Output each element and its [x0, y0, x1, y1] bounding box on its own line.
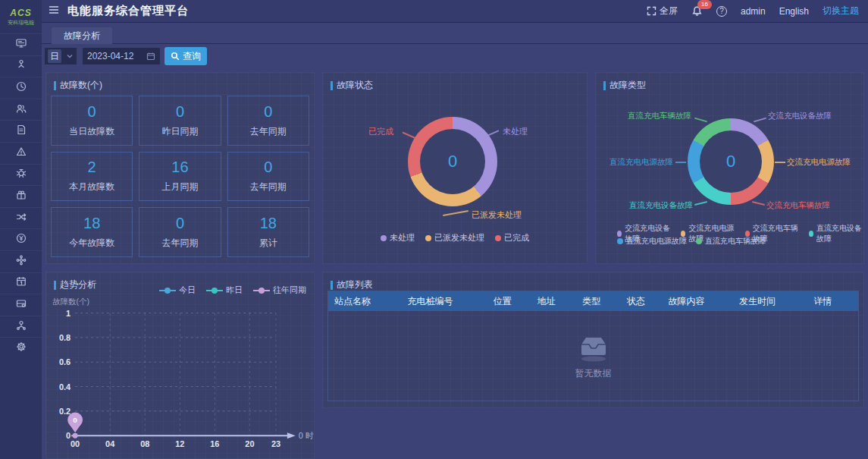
legend-item[interactable]: 今日 — [159, 285, 196, 296]
trend-panel: 趋势分析 今日 昨日 往年同期 00.20.40.60.810004081216… — [45, 272, 315, 459]
stat-card: 18今年故障数 — [51, 207, 133, 257]
sidebar-item-org[interactable] — [0, 316, 42, 338]
fault-status-panel: 故障状态 0 未处理 已完成 已派发未处理 未处理 已派发未处理 已完成 — [322, 72, 588, 264]
user-menu[interactable]: admin — [741, 6, 766, 17]
legend-item[interactable]: 直流充电电源故障 — [617, 236, 687, 247]
chart-legend: 今日 昨日 往年同期 — [159, 285, 306, 296]
sidebar-item-alert[interactable] — [0, 142, 42, 164]
table-header: 站点名称 充电桩编号 位置 地址 类型 状态 故障内容 发生时间 详情 — [328, 291, 858, 311]
app-logo: ACS 安科瑞电能 — [0, 0, 42, 32]
donut-label: 直流充电电源故障 — [609, 157, 673, 168]
donut-center-value: 0 — [726, 152, 735, 171]
calendar-input-icon — [146, 52, 155, 61]
sidebar-item-storage[interactable] — [0, 294, 42, 316]
stat-card-grid: 0当日故障数 0昨日同期 0去年同期 2本月故障数 16上月同期 0去年同期 1… — [51, 96, 309, 257]
period-select-value: 日 — [48, 49, 61, 63]
svg-text:16: 16 — [210, 439, 219, 448]
column-header: 详情 — [807, 295, 858, 308]
sidebar-item-screen[interactable] — [0, 33, 42, 55]
screen-icon — [15, 37, 27, 52]
donut-label: 已派发未处理 — [472, 209, 522, 221]
svg-text:0.8: 0.8 — [59, 333, 71, 342]
stat-card: 0去年同期 — [227, 96, 309, 146]
legend-item[interactable]: 已完成 — [495, 232, 529, 244]
stat-card: 18累计 — [227, 207, 309, 257]
svg-text:0: 0 — [66, 431, 71, 440]
panel-title: 故障列表 — [331, 278, 373, 291]
fullscreen-icon — [647, 6, 656, 16]
period-select[interactable]: 日 — [44, 47, 77, 65]
chart-legend-row: 直流充电电源故障 直流充电车辆故障 — [617, 236, 766, 247]
help-button[interactable]: ? — [716, 6, 727, 17]
sidebar-item-user-flow[interactable] — [0, 55, 42, 77]
panel-title: 趋势分析 — [54, 278, 96, 291]
legend-item[interactable]: 直流充电设备故障 — [809, 223, 863, 244]
theme-toggle[interactable]: 切换主题 — [823, 5, 859, 17]
alert-triangle-icon — [15, 146, 27, 161]
sidebar-item-coin[interactable] — [0, 228, 42, 250]
column-header: 充电桩编号 — [401, 295, 487, 308]
sidebar-item-gift[interactable] — [0, 185, 42, 207]
sidebar-item-document[interactable] — [0, 120, 42, 142]
svg-text:00: 00 — [71, 439, 80, 448]
app-window: ACS 安科瑞电能 电能服务综合管理平台 全屏 — [0, 0, 868, 459]
chart-legend: 未处理 已派发未处理 已完成 — [323, 232, 587, 244]
sidebar-item-shuffle[interactable] — [0, 207, 42, 229]
donut-label: 交流充电电源故障 — [787, 157, 851, 168]
legend-item[interactable]: 昨日 — [206, 285, 243, 296]
fault-status-donut: 0 — [408, 117, 497, 206]
column-header: 类型 — [576, 295, 621, 308]
storage-icon — [15, 297, 27, 313]
legend-item[interactable]: 已派发未处理 — [425, 232, 484, 244]
panel-title: 故障数(个) — [54, 79, 102, 92]
svg-text:故障数(个): 故障数(个) — [52, 297, 89, 306]
legend-item[interactable]: 直流充电车辆故障 — [696, 236, 766, 247]
svg-text:0 时: 0 时 — [299, 431, 314, 440]
empty-box-icon — [575, 332, 612, 363]
fullscreen-button[interactable]: 全屏 — [647, 5, 678, 17]
empty-state: 暂无数据 — [328, 311, 858, 401]
fault-table: 站点名称 充电桩编号 位置 地址 类型 状态 故障内容 发生时间 详情 暂无数据 — [327, 291, 859, 401]
empty-text: 暂无数据 — [575, 367, 612, 380]
donut-label: 直流充电车辆故障 — [626, 111, 691, 121]
fault-count-panel: 故障数(个) 0当日故障数 0昨日同期 0去年同期 2本月故障数 16上月同期 … — [45, 72, 315, 264]
sidebar-item-device[interactable] — [0, 164, 42, 186]
stat-card: 0当日故障数 — [51, 96, 133, 146]
chevron-down-icon — [66, 53, 74, 59]
fault-list-panel: 故障列表 站点名称 充电桩编号 位置 地址 类型 状态 故障内容 发生时间 详情… — [322, 272, 864, 408]
calendar-icon — [15, 275, 27, 291]
gift-icon — [15, 189, 27, 204]
trend-line-chart: 00.20.40.60.81000408121620230 时故障数(个)0 — [46, 272, 314, 458]
svg-text:23: 23 — [271, 439, 280, 448]
donut-center-value: 0 — [448, 152, 457, 171]
sidebar-item-calendar[interactable] — [0, 272, 42, 294]
sidebar-item-users[interactable] — [0, 99, 42, 121]
page-title: 电能服务综合管理平台 — [67, 4, 189, 18]
search-button[interactable]: 查询 — [165, 47, 207, 65]
sidebar: ACS 安科瑞电能 — [0, 0, 42, 459]
legend-item[interactable]: 往年同期 — [253, 285, 306, 296]
sidebar-item-molecule[interactable] — [0, 250, 42, 272]
svg-text:0: 0 — [73, 416, 77, 424]
notifications-button[interactable]: 16 — [691, 5, 703, 17]
svg-text:04: 04 — [105, 439, 114, 448]
svg-text:1: 1 — [66, 309, 71, 318]
donut-label: 交流充电车辆故障 — [766, 200, 830, 211]
clock-icon — [15, 80, 27, 96]
stat-card: 0昨日同期 — [139, 96, 221, 146]
panel-title: 故障类型 — [603, 79, 646, 92]
legend-item[interactable]: 未处理 — [381, 232, 415, 244]
fault-type-donut: 0 — [688, 118, 774, 205]
svg-text:08: 08 — [140, 439, 149, 448]
date-input[interactable]: 2023-04-12 — [82, 47, 161, 65]
help-icon: ? — [716, 6, 727, 17]
org-icon — [15, 319, 27, 335]
menu-collapse-icon[interactable] — [48, 4, 60, 19]
sidebar-item-clock[interactable] — [0, 77, 42, 99]
users-icon — [15, 102, 27, 118]
sidebar-item-gear[interactable] — [0, 337, 42, 359]
date-value: 2023-04-12 — [87, 51, 133, 61]
tab-fault-analysis[interactable]: 故障分析 — [52, 27, 112, 44]
language-switch[interactable]: English — [779, 6, 809, 17]
gear-icon — [15, 341, 27, 356]
